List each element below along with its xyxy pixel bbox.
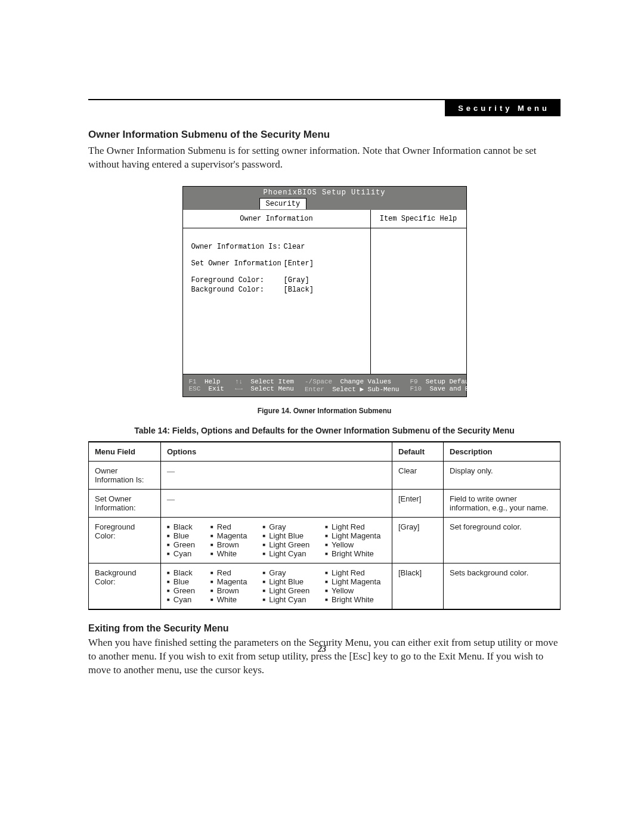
- bios-label-set-owner: Set Owner Information: [191, 259, 284, 268]
- section-body-2: When you have finished setting the param…: [88, 636, 561, 677]
- color-opt: Brown: [210, 586, 247, 595]
- color-opt: Light Magenta: [325, 577, 380, 586]
- cell-options: —: [161, 461, 392, 489]
- bios-utility-title: PhoenixBIOS Setup Utility: [183, 187, 466, 197]
- table-row: Set Owner Information: — [Enter] Field t…: [89, 489, 561, 517]
- color-opt: Light Red: [325, 568, 380, 577]
- key-help: Help: [205, 378, 220, 385]
- color-opt: Green: [167, 540, 195, 549]
- color-opt: Blue: [167, 577, 195, 586]
- color-opt: Bright White: [325, 549, 380, 558]
- color-opt: Bright White: [325, 595, 380, 604]
- color-opt: Light Blue: [262, 577, 309, 586]
- fields-table: Menu Field Options Default Description O…: [88, 441, 561, 610]
- cell-options: —: [161, 489, 392, 517]
- cell-default: [Black]: [392, 563, 444, 609]
- key-exit: Exit: [209, 385, 224, 392]
- color-opt: Red: [210, 568, 247, 577]
- color-opt: Black: [167, 568, 195, 577]
- cell-default: [Enter]: [392, 489, 444, 517]
- table-caption: Table 14: Fields, Options and Defaults f…: [88, 426, 561, 435]
- cell-options: Black Blue Green Cyan Red Magenta Brown …: [161, 517, 392, 563]
- color-opt: Light Blue: [262, 531, 309, 540]
- key-f1: F1: [189, 378, 197, 385]
- section-body-1: The Owner Information Submenu is for set…: [88, 144, 561, 172]
- key-minus-space: -/Space: [305, 378, 332, 385]
- bios-screenshot: PhoenixBIOS Setup Utility Security Owner…: [182, 186, 467, 397]
- bios-tab-security: Security: [259, 198, 307, 209]
- color-opt: White: [210, 549, 247, 558]
- color-opt: Green: [167, 586, 195, 595]
- cell-options: Black Blue Green Cyan Red Magenta Brown …: [161, 563, 392, 609]
- color-opt: Magenta: [210, 577, 247, 586]
- bios-value-fg-color: [Gray]: [284, 276, 362, 284]
- table-row: Background Color: Black Blue Green Cyan …: [89, 563, 561, 609]
- color-opt: Gray: [262, 522, 309, 531]
- top-rule: Security Menu: [88, 99, 561, 100]
- header-badge: Security Menu: [445, 100, 561, 116]
- color-opt: Light Cyan: [262, 549, 309, 558]
- color-opt: Blue: [167, 531, 195, 540]
- bios-footer: F1 Help ESC Exit ↑↓ Select Item ←→ Selec…: [183, 374, 466, 397]
- key-save-exit: Save and Exit: [429, 385, 481, 392]
- color-opt: Magenta: [210, 531, 247, 540]
- key-f10: F10: [410, 385, 422, 392]
- bios-help-content: [371, 228, 466, 374]
- color-opt: Black: [167, 522, 195, 531]
- cell-desc: Display only.: [444, 461, 561, 489]
- color-opt: Red: [210, 522, 247, 531]
- th-description: Description: [444, 442, 561, 462]
- color-opt: Light Green: [262, 540, 309, 549]
- cell-field: Foreground Color:: [89, 517, 161, 563]
- bios-left-title: Owner Information: [183, 210, 370, 228]
- color-opt: Light Green: [262, 586, 309, 595]
- cell-field: Background Color:: [89, 563, 161, 609]
- th-menu-field: Menu Field: [89, 442, 161, 462]
- key-updown: ↑↓: [235, 378, 243, 385]
- key-enter: Enter: [305, 386, 324, 393]
- table-row: Foreground Color: Black Blue Green Cyan …: [89, 517, 561, 563]
- bios-value-set-owner: [Enter]: [284, 259, 362, 268]
- color-opt: Cyan: [167, 549, 195, 558]
- table-row: Owner Information Is: — Clear Display on…: [89, 461, 561, 489]
- key-setup-defaults: Setup Defaults: [426, 378, 481, 385]
- section-title-2: Exiting from the Security Menu: [88, 623, 561, 634]
- color-opt: Light Magenta: [325, 531, 380, 540]
- th-options: Options: [161, 442, 392, 462]
- cell-desc: Set foreground color.: [444, 517, 561, 563]
- color-opt: Light Cyan: [262, 595, 309, 604]
- key-f9: F9: [410, 378, 417, 385]
- bios-value-bg-color: [Black]: [284, 286, 362, 294]
- key-select-menu: Select Menu: [250, 385, 294, 392]
- section-title-1: Owner Information Submenu of the Securit…: [88, 129, 561, 141]
- bios-label-fg-color: Foreground Color:: [191, 276, 284, 284]
- cell-default: [Gray]: [392, 517, 444, 563]
- bios-tabrow: Security: [183, 197, 466, 210]
- th-default: Default: [392, 442, 444, 462]
- bios-right-title: Item Specific Help: [371, 210, 466, 228]
- cell-field: Set Owner Information:: [89, 489, 161, 517]
- cell-desc: Field to write owner information, e.g., …: [444, 489, 561, 517]
- color-opt: Yellow: [325, 586, 380, 595]
- color-opt: Brown: [210, 540, 247, 549]
- color-opt: Light Red: [325, 522, 380, 531]
- color-opt: Yellow: [325, 540, 380, 549]
- key-esc: ESC: [189, 385, 201, 392]
- key-leftright: ←→: [235, 385, 243, 392]
- cell-desc: Sets background color.: [444, 563, 561, 609]
- key-change-values: Change Values: [340, 378, 391, 385]
- figure-caption: Figure 14. Owner Information Submenu: [88, 407, 561, 415]
- color-opt: Cyan: [167, 595, 195, 604]
- cell-field: Owner Information Is:: [89, 461, 161, 489]
- bios-label-bg-color: Background Color:: [191, 286, 284, 294]
- page-number: 23: [318, 645, 326, 654]
- bios-label-owner-is: Owner Information Is:: [191, 243, 284, 251]
- table-header-row: Menu Field Options Default Description: [89, 442, 561, 462]
- color-opt: White: [210, 595, 247, 604]
- key-select-item: Select Item: [250, 378, 294, 385]
- key-select-sub: Select ▶ Sub-Menu: [332, 386, 399, 393]
- cell-default: Clear: [392, 461, 444, 489]
- color-opt: Gray: [262, 568, 309, 577]
- bios-value-owner-is: Clear: [284, 243, 362, 251]
